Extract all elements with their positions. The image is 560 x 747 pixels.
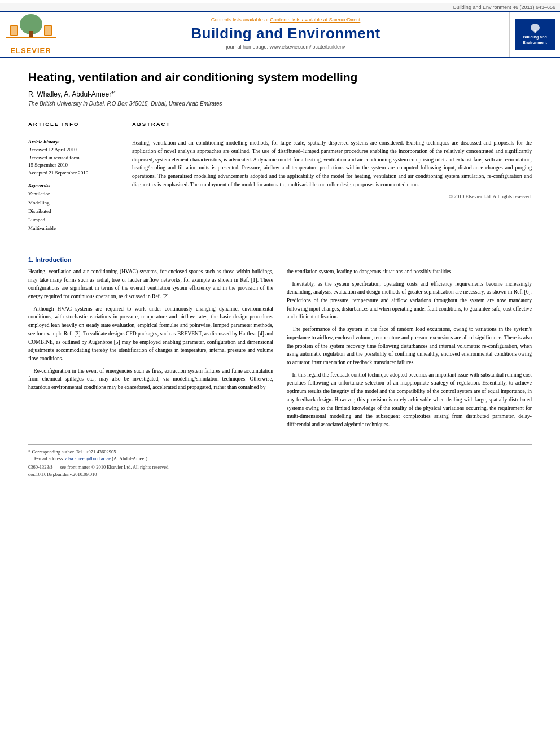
keywords-section: Keywords: Ventilation Modelling Distribu… xyxy=(28,182,119,233)
svg-rect-4 xyxy=(11,26,18,35)
keywords-label: Keywords: xyxy=(28,182,119,188)
paper-title: Heating, ventilation and air conditionin… xyxy=(28,69,532,85)
footnote-email-label-text: E-mail address: xyxy=(34,456,64,461)
intro-col2-p2: Inevitably, as the system specification,… xyxy=(287,280,532,322)
corner-logo-box: Building and Environment xyxy=(515,19,555,50)
received-revised-text: Received in revised form xyxy=(28,154,119,162)
keyword-2: Modelling xyxy=(28,199,119,207)
journal-center-header: Contents lists available at Contents lis… xyxy=(62,12,509,57)
divider-top xyxy=(28,115,532,115)
keyword-4: Lumped xyxy=(28,216,119,224)
divider-body xyxy=(28,247,532,247)
abstract-text: Heating, ventilation and air conditionin… xyxy=(132,139,532,189)
footnote-email-suffix: (A. Abdul-Ameer). xyxy=(112,456,148,461)
sciencedirect-prefix: Contents lists available at xyxy=(211,17,270,23)
svg-rect-2 xyxy=(29,31,33,37)
elsevier-logo: ELSEVIER xyxy=(0,12,62,57)
svg-rect-8 xyxy=(534,30,536,33)
intro-p2: Although HVAC systems are required to wo… xyxy=(28,305,273,363)
main-content: Heating, ventilation and air conditionin… xyxy=(0,58,560,488)
divider-abstract xyxy=(132,133,532,133)
corner-logo-line2: Environment xyxy=(523,40,547,45)
intro-p1: Heating, ventilation and air conditionin… xyxy=(28,268,273,301)
journal-corner-logo: Building and Environment xyxy=(509,12,560,57)
citation-text: Building and Environment 46 (2011) 643–6… xyxy=(453,5,555,10)
svg-rect-6 xyxy=(45,26,51,35)
footer-area: * Corresponding author. Tel.: +971 43602… xyxy=(28,444,532,478)
section-introduction: 1. Introduction Heating, ventilation and… xyxy=(28,256,532,433)
article-info-label: ARTICLE INFO xyxy=(28,121,119,127)
journal-header: Building and Environment 46 (2011) 643–6… xyxy=(0,0,560,58)
affiliation: The British University in Dubai, P.O Box… xyxy=(28,101,532,107)
revised-date-text: 15 September 2010 xyxy=(28,161,119,169)
keyword-5: Multivariable xyxy=(28,224,119,233)
abstract-label: ABSTRACT xyxy=(132,121,532,127)
intro-col2-p3: The performance of the system in the fac… xyxy=(287,325,532,367)
footnote-corresponding: * Corresponding author. Tel.: +971 43602… xyxy=(28,448,532,456)
footer-issn: 0360-1323/$ — see front matter © 2010 El… xyxy=(28,464,532,470)
author-names: R. Whalley, A. Abdul-Ameer* xyxy=(28,90,114,98)
sciencedirect-name[interactable]: Contents lists available at ScienceDirec… xyxy=(270,17,360,23)
journal-title: Building and Environment xyxy=(191,25,380,42)
divider-info xyxy=(28,133,119,133)
footnote-email-label xyxy=(28,456,33,461)
intro-col2-p4: In this regard the feedback control tech… xyxy=(287,371,532,429)
sciencedirect-link[interactable]: Contents lists available at Contents lis… xyxy=(211,17,361,23)
intro-p3: Re-configuration in the event of emergen… xyxy=(28,367,273,392)
footnote-email-line: E-mail address: alaa.ameen@buid.ac.ae (A… xyxy=(28,455,532,462)
svg-point-7 xyxy=(531,24,540,32)
keyword-3: Distributed xyxy=(28,207,119,216)
corner-tree-icon xyxy=(530,24,541,33)
footer-doi: doi:10.1016/j.buildenv.2010.09.010 xyxy=(28,471,532,477)
journal-header-top: ELSEVIER Contents lists available at Con… xyxy=(0,12,560,57)
corner-logo-line1: Building and xyxy=(523,34,546,40)
footnote-email-value[interactable]: alaa.ameen@buid.ac.ae xyxy=(65,456,112,461)
intro-col2-p1: the ventilation system, leading to dange… xyxy=(287,268,532,276)
received-text: Received 12 April 2010 xyxy=(28,146,119,154)
authors: R. Whalley, A. Abdul-Ameer** xyxy=(28,90,532,98)
footnote-star-text: * Corresponding author. Tel.: +971 43602… xyxy=(28,449,117,455)
abstract-col: ABSTRACT Heating, ventilation and air co… xyxy=(132,121,532,238)
keyword-1: Ventilation xyxy=(28,190,119,198)
elsevier-brand: ELSEVIER xyxy=(10,46,51,55)
corresponding-author-marker: * xyxy=(114,90,116,94)
keywords-list: Ventilation Modelling Distributed Lumped… xyxy=(28,190,119,233)
article-history-label: Article history: xyxy=(28,139,119,145)
copyright: © 2010 Elsevier Ltd. All rights reserved… xyxy=(132,194,532,199)
article-info-col: ARTICLE INFO Article history: Received 1… xyxy=(28,121,119,238)
intro-col-left: Heating, ventilation and air conditionin… xyxy=(28,268,273,433)
introduction-text: Heating, ventilation and air conditionin… xyxy=(28,268,532,433)
journal-homepage: journal homepage: www.elsevier.com/locat… xyxy=(226,44,345,50)
section1-heading: 1. Introduction xyxy=(28,256,532,263)
article-history: Article history: Received 12 April 2010 … xyxy=(28,139,119,177)
svg-rect-0 xyxy=(6,37,56,38)
accepted-text: Accepted 21 September 2010 xyxy=(28,169,119,177)
citation-bar: Building and Environment 46 (2011) 643–6… xyxy=(0,3,560,12)
intro-col-right: the ventilation system, leading to dange… xyxy=(287,268,532,433)
elsevier-logo-svg xyxy=(6,14,56,45)
article-body: ARTICLE INFO Article history: Received 1… xyxy=(28,121,532,238)
